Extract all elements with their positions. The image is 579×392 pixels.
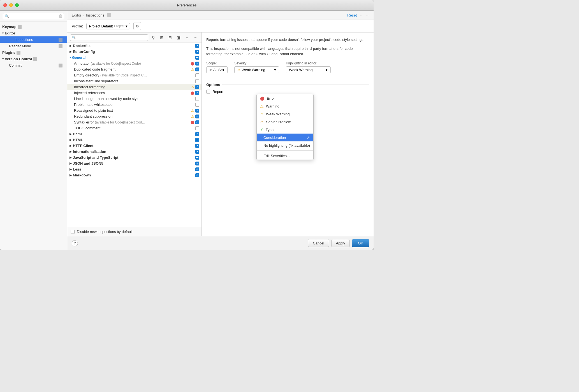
- dropdown-item-no-highlighting[interactable]: · No highlighting (fix available): [257, 141, 313, 149]
- tree-item-redundant[interactable]: Redundant suppression ⚠ ✓: [67, 113, 202, 119]
- minimize-button[interactable]: [9, 3, 13, 7]
- editorconfig-checkbox[interactable]: ✓: [195, 50, 199, 54]
- cursor-indicator: ↗: [307, 135, 310, 140]
- tree-group-json[interactable]: ▶ JSON and JSON5 ✓: [67, 160, 202, 166]
- sidebar-item-inspections[interactable]: Inspections: [0, 36, 67, 43]
- options-section: Options: [206, 83, 369, 87]
- add-button[interactable]: +: [184, 34, 190, 41]
- group-button[interactable]: ▣: [175, 34, 182, 41]
- duplicated-checkbox[interactable]: ✓: [195, 67, 199, 71]
- disable-inspections-checkbox[interactable]: [71, 230, 75, 234]
- injected-checkbox[interactable]: ✓: [195, 91, 199, 95]
- tree-item-duplicated[interactable]: Duplicated code fragment ⚠ ✓: [67, 66, 202, 72]
- markdown-checkbox[interactable]: ✓: [195, 173, 199, 177]
- dropdown-item-weak-warning[interactable]: ⚠ Weak Warning: [257, 110, 313, 118]
- list-search-input[interactable]: [77, 36, 146, 40]
- sidebar-item-editor[interactable]: ▾ Editor: [0, 30, 67, 36]
- dropdown-item-server[interactable]: ⚠ Server Problem: [257, 118, 313, 126]
- options-row: [206, 77, 369, 81]
- duplicated-label: Duplicated code fragment: [74, 67, 115, 71]
- tree-item-empty-dir[interactable]: Empty directory (available for Code|Insp…: [67, 72, 202, 78]
- forward-button[interactable]: →: [365, 13, 369, 17]
- haml-checkbox[interactable]: ✓: [195, 132, 199, 136]
- gear-button[interactable]: ⚙: [133, 22, 141, 30]
- tree-group-i18n[interactable]: ▶ Internationalization ✓: [67, 149, 202, 155]
- tree-item-annotator[interactable]: Annotator (available for Code|Inspect Co…: [67, 60, 202, 66]
- sidebar-item-commit[interactable]: Commit: [0, 62, 67, 69]
- report-checkbox[interactable]: [206, 90, 210, 94]
- todo-checkbox[interactable]: [195, 126, 199, 130]
- scope-button[interactable]: In All Sc▾: [206, 66, 228, 73]
- tree-item-todo[interactable]: TODO comment: [67, 125, 202, 131]
- incorrect-fmt-checkbox[interactable]: ✓: [195, 85, 199, 89]
- highlighting-select[interactable]: Weak Warning ▾: [286, 66, 331, 73]
- i18n-checkbox[interactable]: ✓: [195, 150, 199, 154]
- tree-group-html[interactable]: ▶ HTML: [67, 137, 202, 143]
- tree-item-syntax[interactable]: Syntax error (available for Code|Inspect…: [67, 119, 202, 125]
- tree-item-prob-whitespace[interactable]: Problematic whitespace: [67, 102, 202, 108]
- reassigned-checkbox[interactable]: ✓: [195, 109, 199, 113]
- sidebar-nav: Keymap ▾ Editor Inspections Reader Mode …: [0, 22, 67, 250]
- profile-select[interactable]: Project Default Project ▾: [86, 23, 130, 29]
- breadcrumb-parent[interactable]: Editor: [72, 13, 81, 17]
- severity-button[interactable]: ⚠ Weak Warning ▾: [234, 66, 279, 73]
- line-longer-checkbox[interactable]: [195, 97, 199, 101]
- apply-button[interactable]: Apply: [331, 239, 350, 247]
- empty-dir-checkbox[interactable]: [195, 73, 199, 77]
- sidebar-item-keymap[interactable]: Keymap: [0, 24, 67, 30]
- close-button[interactable]: [3, 3, 7, 7]
- options-line: [222, 85, 369, 85]
- vc-chevron: ▾: [2, 57, 4, 60]
- js-checkbox[interactable]: [195, 156, 199, 160]
- less-checkbox[interactable]: ✓: [195, 167, 199, 171]
- tree-group-http[interactable]: ▶ HTTP Client ✓: [67, 143, 202, 149]
- sidebar-item-version-control[interactable]: ▾ Version Control: [0, 56, 67, 62]
- dropdown-item-consideration[interactable]: · Consideration ↗: [257, 134, 313, 141]
- tree-group-dockerfile[interactable]: ▶ Dockerfile ✓: [67, 43, 202, 49]
- http-checkbox[interactable]: ✓: [195, 144, 199, 148]
- maximize-button[interactable]: [15, 3, 19, 7]
- json-checkbox[interactable]: ✓: [195, 162, 199, 165]
- dropdown-item-warning[interactable]: ⚠ Warning: [257, 102, 313, 110]
- syntax-checkbox[interactable]: ✓: [195, 120, 199, 124]
- sidebar-item-plugins[interactable]: Plugins: [0, 49, 67, 56]
- tree-group-editorconfig[interactable]: ▶ EditorConfig ✓: [67, 49, 202, 55]
- redundant-checkbox[interactable]: ✓: [195, 115, 199, 118]
- collapse-all-button[interactable]: ⊟: [167, 34, 173, 41]
- prob-whitespace-checkbox[interactable]: [195, 103, 199, 107]
- search-input[interactable]: inspections: [10, 14, 57, 18]
- highlighting-dropdown-arrow: ▾: [326, 68, 328, 72]
- expand-all-button[interactable]: ⊞: [158, 34, 165, 41]
- typo-icon: ✔: [260, 127, 263, 132]
- reset-button[interactable]: Reset: [347, 13, 357, 17]
- cancel-button[interactable]: Cancel: [308, 239, 329, 247]
- help-button[interactable]: ?: [72, 240, 78, 246]
- plugins-icon: [17, 51, 20, 55]
- tree-item-injected[interactable]: Injected references ⬤ ✓: [67, 90, 202, 96]
- tree-item-line-longer[interactable]: Line is longer than allowed by code styl…: [67, 96, 202, 102]
- tree-group-general[interactable]: ▾ General: [67, 55, 202, 60]
- html-checkbox[interactable]: [195, 138, 199, 142]
- search-clear-button[interactable]: ✕: [59, 14, 62, 18]
- tree-item-inconsistent[interactable]: Inconsistent line separators: [67, 78, 202, 84]
- annotator-checkbox[interactable]: ✓: [195, 62, 199, 66]
- inconsistent-checkbox[interactable]: [195, 79, 199, 83]
- back-button[interactable]: ←: [359, 13, 363, 17]
- dropdown-item-edit-severities[interactable]: · Edit Severities...: [257, 152, 313, 160]
- dockerfile-checkbox[interactable]: ✓: [195, 44, 199, 48]
- tree-item-reassigned[interactable]: Reassigned to plain text ⚠ ✓: [67, 108, 202, 113]
- general-checkbox[interactable]: [195, 56, 199, 60]
- ok-button[interactable]: OK: [352, 239, 369, 247]
- scope-value: In All Sc▾: [209, 68, 224, 72]
- editor-chevron: ▾: [2, 32, 4, 35]
- tree-group-js[interactable]: ▶ JavaScript and TypeScript: [67, 155, 202, 160]
- dropdown-item-error[interactable]: ⬤ Error: [257, 94, 313, 102]
- tree-item-incorrect-fmt[interactable]: Incorrect formatting ⚠ ✓: [67, 84, 202, 90]
- tree-group-less[interactable]: ▶ Less ✓: [67, 166, 202, 172]
- tree-group-haml[interactable]: ▶ Haml ✓: [67, 131, 202, 137]
- remove-button[interactable]: −: [192, 34, 199, 41]
- tree-group-markdown[interactable]: ▶ Markdown ✓: [67, 172, 202, 178]
- filter-button[interactable]: ⚲: [150, 34, 157, 41]
- dropdown-item-typo[interactable]: ✔ Typo: [257, 126, 313, 134]
- sidebar-item-reader-mode[interactable]: Reader Mode: [0, 43, 67, 49]
